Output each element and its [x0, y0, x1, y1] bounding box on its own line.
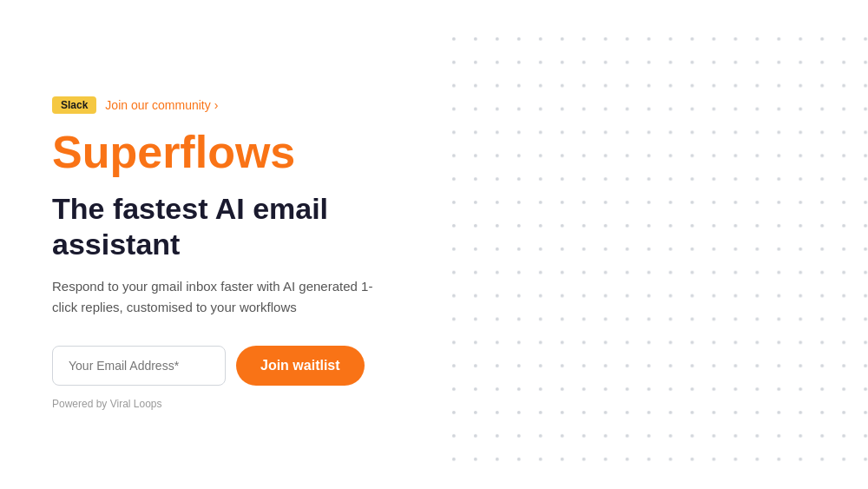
page-container: Slack Join our community › Superflows Th… — [0, 0, 868, 489]
powered-by: Powered by Viral Loops — [52, 398, 382, 410]
hero-description: Respond to your gmail inbox faster with … — [52, 276, 382, 318]
dot-pattern: // This won't run inside SVG, so we inli… — [451, 17, 868, 489]
community-badge: Slack Join our community › — [52, 96, 382, 114]
slack-badge: Slack — [52, 96, 96, 114]
community-link[interactable]: Join our community › — [105, 98, 218, 112]
email-form: Join waitlist — [52, 346, 382, 386]
left-content: Slack Join our community › Superflows Th… — [0, 0, 434, 489]
join-waitlist-button[interactable]: Join waitlist — [236, 346, 365, 386]
right-content: // This won't run inside SVG, so we inli… — [434, 0, 868, 489]
email-input[interactable] — [52, 346, 226, 386]
brand-name: Superflows — [52, 128, 382, 177]
svg-rect-1 — [451, 36, 868, 470]
hero-headline: The fastest AI email assistant — [52, 191, 382, 262]
